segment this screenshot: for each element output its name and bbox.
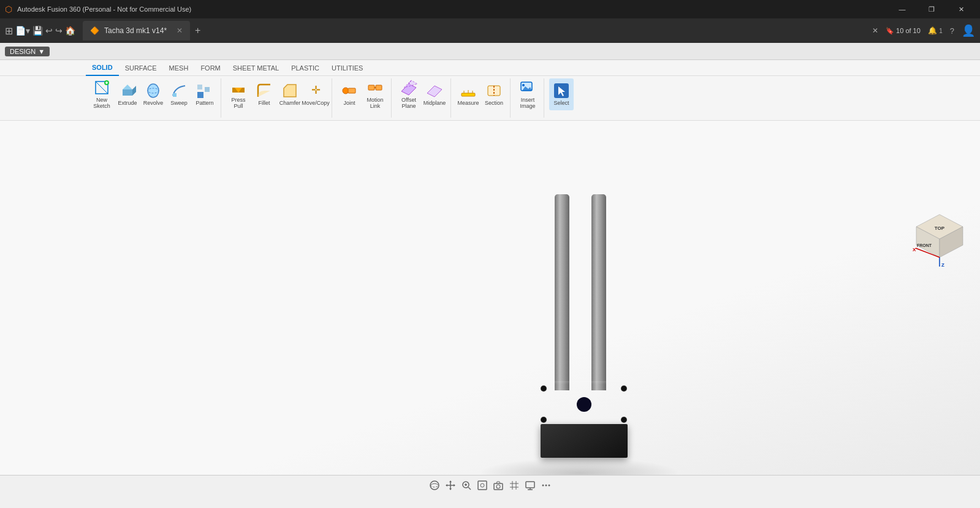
chamfer-button[interactable]: Chamfer [278, 78, 302, 110]
pattern-button[interactable]: Pattern [192, 78, 217, 110]
svg-text:X: X [913, 247, 916, 252]
save-btn[interactable]: 💾 [32, 26, 43, 36]
orbit-button[interactable] [428, 479, 441, 491]
construct-group: Offset Plane Midplane CONSTRUCT ▼ [393, 78, 451, 118]
svg-point-47 [430, 481, 439, 490]
select-label: Select [553, 100, 569, 107]
design-dropdown[interactable]: DESIGN ▼ [5, 47, 50, 56]
tab-utilities[interactable]: UTILITIES [325, 60, 369, 76]
motion-link-button[interactable]: Motion Link [363, 78, 387, 110]
apps-icon[interactable]: ⊞ [5, 25, 13, 37]
display-button[interactable] [524, 479, 536, 491]
svg-rect-19 [348, 88, 355, 93]
fillet-icon [256, 82, 273, 99]
insert-image-button[interactable]: Insert Image [515, 78, 540, 110]
midplane-button[interactable]: Midplane [422, 78, 447, 110]
offset-plane-label: Offset Plane [397, 97, 421, 110]
app-icon: ⬡ [5, 4, 12, 14]
modify-group: Press Pull Fillet Chamfer ✛ Move/Copy [222, 78, 332, 118]
svg-text:Z: Z [941, 262, 944, 268]
motion-link-icon [367, 79, 384, 96]
close-button[interactable]: ✕ [947, 0, 975, 18]
titlebar-left: ⬡ Autodesk Fusion 360 (Personal - Not fo… [5, 4, 191, 14]
pan-button[interactable] [444, 479, 457, 491]
black-base [541, 424, 628, 458]
midplane-label: Midplane [424, 100, 446, 107]
section-analysis-icon [485, 82, 503, 99]
extrude-button[interactable]: Extrude [115, 78, 140, 110]
new-sketch-button[interactable]: New Sketch [89, 78, 114, 110]
select-button[interactable]: Select [549, 78, 574, 110]
minimize-button[interactable]: — [888, 0, 916, 18]
zoom-button[interactable] [460, 479, 473, 491]
measure-button[interactable]: Measure [456, 78, 481, 110]
insert-image-icon [519, 79, 536, 96]
svg-marker-7 [132, 86, 136, 96]
svg-marker-16 [284, 85, 296, 97]
sweep-button[interactable]: Sweep [167, 78, 191, 110]
svg-point-35 [522, 84, 525, 86]
select-icon [553, 82, 570, 99]
toolbar-area: DESIGN ▼ SOLID SURFACE MESH FORM SHEET M… [0, 43, 980, 121]
tab-right: ✕ 🔖 10 of 10 🔔 1 ? 👤 [872, 24, 975, 37]
revolve-icon [145, 82, 162, 99]
svg-rect-5 [123, 89, 132, 96]
design-bar: DESIGN ▼ [0, 43, 980, 60]
notifications-button[interactable]: 🔔 1 [928, 26, 943, 35]
close-file-button[interactable]: ✕ [872, 26, 878, 35]
svg-text:FRONT: FRONT [917, 243, 932, 248]
fit-button[interactable] [476, 479, 488, 491]
revolve-label: Revolve [143, 100, 164, 107]
home-btn[interactable]: 🏠 [65, 26, 75, 36]
bottom-toolbar [0, 475, 980, 495]
svg-text:TOP: TOP [935, 226, 945, 231]
redo-btn[interactable]: ↪ [55, 26, 63, 36]
camera-button[interactable] [492, 479, 504, 491]
viewcube[interactable]: TOP FRONT Z X [911, 211, 969, 270]
tab-solid[interactable]: SOLID [86, 60, 119, 76]
new-file-btn[interactable]: 📄▾ [15, 26, 30, 36]
blue-block [536, 381, 631, 427]
svg-rect-56 [478, 481, 487, 490]
svg-point-68 [545, 484, 547, 486]
offset-plane-button[interactable]: Offset Plane [397, 78, 421, 110]
move-copy-button[interactable]: ✛ Move/Copy [303, 78, 328, 110]
revolve-button[interactable]: Revolve [141, 78, 165, 110]
tab-mesh[interactable]: MESH [163, 60, 195, 76]
chamfer-icon [281, 82, 298, 99]
maximize-button[interactable]: ❐ [917, 0, 946, 18]
joint-button[interactable]: Joint [337, 78, 362, 110]
svg-text:✛: ✛ [311, 84, 321, 96]
tab-plastic[interactable]: PLASTIC [285, 60, 325, 76]
svg-point-69 [548, 484, 550, 486]
press-pull-button[interactable]: Press Pull [226, 78, 251, 110]
tab-close-icon[interactable]: ✕ [177, 26, 183, 35]
tab-form[interactable]: FORM [194, 60, 226, 76]
rod-left [555, 194, 569, 390]
help-button[interactable]: ? [950, 26, 954, 36]
move-copy-icon: ✛ [307, 82, 324, 99]
active-tab[interactable]: 🔶 Tacha 3d mk1 v14* ✕ [83, 21, 190, 40]
inspect-group: Measure Section INSPECT ▼ [452, 78, 511, 118]
tab-sheet-metal[interactable]: SHEET METAL [227, 60, 285, 76]
measure-icon [460, 82, 477, 99]
grid-button[interactable] [508, 479, 520, 491]
extrude-label: Extrude [118, 100, 137, 107]
profile-button[interactable]: 👤 [962, 24, 975, 37]
more-options-button[interactable] [540, 479, 552, 491]
undo-btn[interactable]: ↩ [45, 26, 53, 36]
svg-rect-64 [526, 482, 534, 488]
add-tab-button[interactable]: + [195, 25, 200, 36]
tab-surface[interactable]: SURFACE [119, 60, 163, 76]
svg-rect-12 [205, 87, 210, 92]
svg-point-59 [496, 485, 500, 488]
pattern-icon [196, 82, 213, 99]
midplane-icon [426, 82, 443, 99]
canvas-area[interactable]: TOP FRONT Z X [0, 121, 980, 495]
measure-label: Measure [457, 100, 479, 107]
titlebar-controls: — ❐ ✕ [888, 0, 975, 18]
select-group: Select SELECT ▼ [545, 78, 577, 118]
tab-strip: SOLID SURFACE MESH FORM SHEET METAL PLAS… [0, 60, 980, 76]
section-analysis-button[interactable]: Section [482, 78, 506, 110]
fillet-button[interactable]: Fillet [252, 78, 276, 110]
